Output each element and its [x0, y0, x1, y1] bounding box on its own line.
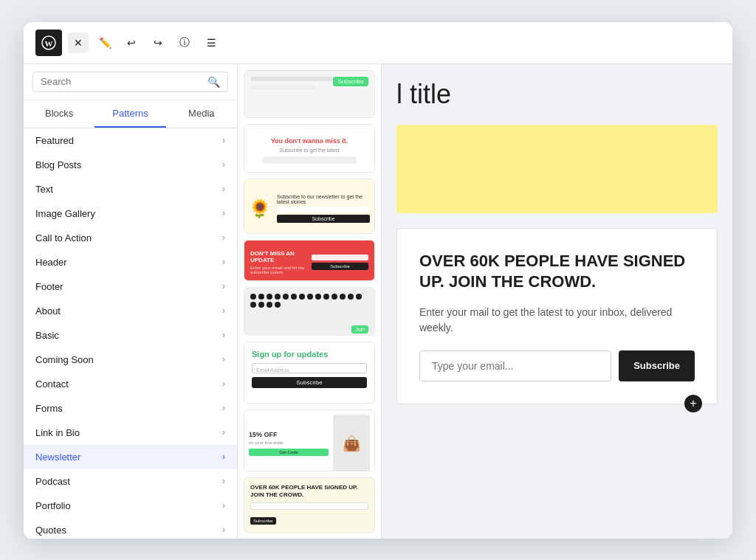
sidebar-item-newsletter[interactable]: Newsletter › — [24, 445, 237, 469]
pat6-input-text: Email Address — [256, 365, 362, 376]
newsletter-sub: Enter your mail to get the latest to you… — [419, 305, 695, 336]
search-input[interactable] — [41, 76, 207, 87]
sidebar-item-podcast[interactable]: Podcast › — [24, 469, 237, 494]
pattern-preview-8: OVER 60K PEOPLE HAVE SIGNED UP. JOIN THE… — [244, 478, 374, 533]
undo-icon: ↩ — [127, 37, 136, 49]
pattern-card-7[interactable]: 15% OFF on your first order Get Code 👜 — [244, 409, 375, 471]
chevron-icon: › — [222, 330, 225, 340]
canvas-area: l title OVER 60K PEOPLE HAVE SIGNED UP. … — [382, 64, 732, 539]
sidebar-item-label: Call to Action — [35, 232, 92, 243]
pattern-card-3[interactable]: 🌻 Subscribe to our newsletter to get the… — [244, 179, 375, 234]
email-input[interactable] — [419, 350, 611, 381]
dot — [267, 294, 272, 300]
pat7-image: 👜 — [333, 415, 370, 471]
pattern-preview-1: Subscribe — [244, 71, 374, 119]
sidebar-item-link-in-bio[interactable]: Link in Bio › — [24, 421, 237, 445]
pat1-line2 — [250, 85, 315, 89]
pattern-card-1[interactable]: Subscribe — [244, 70, 375, 119]
sidebar-item-portfolio[interactable]: Portfolio › — [24, 494, 237, 518]
dot — [356, 294, 362, 300]
pat3-content: Subscribe to our newsletter to get the l… — [277, 194, 370, 223]
pattern-preview-4: DON'T MISS AN UPDATE Enter your email an… — [244, 241, 374, 282]
pattern-preview-6: Sign up for updates Email Address Subscr… — [244, 342, 374, 404]
pat8-title: OVER 60K PEOPLE HAVE SIGNED UP. JOIN THE… — [250, 484, 368, 499]
pat4-sub: Enter your email and hit the subscribe b… — [250, 266, 307, 274]
dot — [291, 294, 297, 300]
sidebar-item-label: Contact — [35, 378, 69, 390]
sidebar-list: Featured › Blog Posts › Text › Image Gal… — [24, 128, 237, 539]
chevron-icon: › — [222, 354, 225, 364]
chevron-icon: › — [222, 525, 225, 535]
sidebar-item-forms[interactable]: Forms › — [24, 396, 237, 421]
pat3-email — [277, 207, 370, 212]
pat3-button: Subscribe — [277, 215, 370, 223]
dot — [331, 294, 337, 300]
sidebar: 🔍 Blocks Patterns Media Featured › Blog … — [24, 64, 238, 539]
dot — [340, 294, 346, 300]
yellow-block — [396, 125, 718, 213]
list-icon: ☰ — [207, 37, 216, 49]
chevron-icon: › — [222, 476, 225, 486]
pat2-title: You don't wanna miss it. — [271, 137, 348, 145]
tab-blocks[interactable]: Blocks — [24, 100, 94, 128]
sidebar-item-footer[interactable]: Footer › — [24, 274, 237, 299]
sidebar-item-blog-posts[interactable]: Blog Posts › — [24, 153, 237, 177]
svg-text:W: W — [45, 39, 53, 48]
pattern-preview-2: You don't wanna miss it. Subscribe to ge… — [244, 125, 374, 173]
newsletter-form-row: Subscribe — [419, 350, 695, 381]
redo-button[interactable]: ↪ — [148, 32, 168, 53]
dot — [275, 294, 281, 300]
pattern-card-2[interactable]: You don't wanna miss it. Subscribe to ge… — [244, 124, 375, 173]
pat5-button: Join — [351, 325, 368, 333]
dot — [299, 294, 305, 300]
pattern-card-8[interactable]: OVER 60K PEOPLE HAVE SIGNED UP. JOIN THE… — [244, 477, 375, 533]
sidebar-item-featured[interactable]: Featured › — [24, 128, 237, 153]
dot — [348, 294, 354, 300]
sidebar-item-quotes[interactable]: Quotes › — [24, 518, 237, 539]
pattern-card-5[interactable]: Join — [244, 287, 375, 336]
sidebar-item-image-gallery[interactable]: Image Gallery › — [24, 201, 237, 226]
wp-logo: W — [35, 30, 62, 56]
sidebar-item-label: Blog Posts — [35, 159, 81, 170]
chevron-icon: › — [222, 500, 225, 511]
sidebar-item-contact[interactable]: Contact › — [24, 372, 237, 396]
dot — [250, 294, 256, 300]
tab-patterns[interactable]: Patterns — [94, 100, 165, 128]
sidebar-item-label: Quotes — [35, 525, 66, 536]
sidebar-item-basic[interactable]: Basic › — [24, 323, 237, 348]
pat4-button: Subscribe — [312, 263, 368, 270]
pattern-card-4[interactable]: DON'T MISS AN UPDATE Enter your email an… — [244, 240, 375, 282]
chevron-icon: › — [222, 208, 225, 218]
sidebar-item-call-to-action[interactable]: Call to Action › — [24, 226, 237, 250]
subscribe-button[interactable]: Subscribe — [619, 350, 695, 381]
info-button[interactable]: ⓘ — [174, 32, 195, 53]
undo-button[interactable]: ↩ — [121, 32, 142, 53]
sidebar-tabs: Blocks Patterns Media — [24, 100, 237, 128]
sidebar-item-coming-soon[interactable]: Coming Soon › — [24, 348, 237, 372]
sidebar-item-header[interactable]: Header › — [24, 250, 237, 274]
pat7-off: 15% OFF — [249, 431, 329, 438]
add-block-button[interactable]: + — [684, 395, 702, 412]
main-area: 🔍 Blocks Patterns Media Featured › Blog … — [24, 64, 732, 539]
chevron-icon: › — [222, 281, 225, 291]
chevron-icon: › — [222, 232, 225, 243]
pat1-button: Subscribe — [333, 77, 368, 86]
sidebar-item-label: Footer — [35, 281, 63, 292]
pattern-card-6[interactable]: Sign up for updates Email Address Subscr… — [244, 342, 375, 404]
search-button[interactable]: 🔍 — [207, 76, 220, 88]
pat6-button: Subscribe — [252, 377, 367, 388]
pat8-button: Subscribe — [250, 517, 276, 525]
pencil-icon: ✏️ — [99, 37, 111, 49]
sidebar-item-about[interactable]: About › — [24, 299, 237, 323]
dot — [307, 294, 313, 300]
pat2-input — [262, 156, 357, 164]
chevron-icon: › — [222, 305, 225, 316]
pat4-input — [312, 255, 368, 260]
tab-media[interactable]: Media — [166, 100, 237, 128]
sidebar-item-text[interactable]: Text › — [24, 177, 237, 201]
pencil-button[interactable]: ✏️ — [94, 32, 115, 53]
search-icon: 🔍 — [207, 76, 220, 88]
redo-icon: ↪ — [154, 37, 162, 49]
list-button[interactable]: ☰ — [201, 32, 221, 53]
close-button[interactable]: ✕ — [68, 32, 89, 53]
